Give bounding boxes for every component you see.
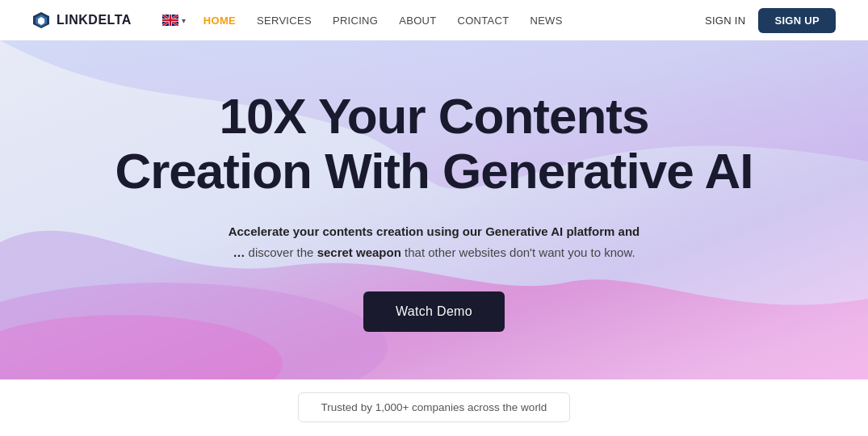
nav-link-about[interactable]: ABOUT bbox=[391, 11, 444, 30]
lang-selector[interactable]: ▾ bbox=[157, 11, 191, 29]
nav-link-home[interactable]: HOME bbox=[195, 11, 244, 30]
nav-link-pricing[interactable]: PRICING bbox=[325, 11, 386, 30]
logo-icon bbox=[32, 11, 50, 29]
nav-link-contact[interactable]: CONTACT bbox=[449, 11, 517, 30]
nav-link-services[interactable]: SERVICES bbox=[249, 11, 320, 30]
watch-demo-button[interactable]: Watch Demo bbox=[363, 291, 505, 332]
navbar-left: LINKDELTA ▾ HOME SERVICES PRICING ABOUT … bbox=[32, 11, 571, 30]
sign-in-link[interactable]: SIGN IN bbox=[705, 15, 746, 27]
flag-icon bbox=[162, 15, 178, 26]
navbar: LINKDELTA ▾ HOME SERVICES PRICING ABOUT … bbox=[0, 0, 868, 40]
logo[interactable]: LINKDELTA bbox=[32, 11, 132, 29]
nav-links: ▾ HOME SERVICES PRICING ABOUT CONTACT NE… bbox=[157, 11, 571, 30]
logo-text: LINKDELTA bbox=[57, 13, 132, 27]
hero-subtitle: Accelerate your contents creation using … bbox=[224, 221, 644, 262]
hero-title: 10X Your Contents Creation With Generati… bbox=[115, 89, 753, 199]
sign-up-button[interactable]: SIGN UP bbox=[758, 8, 836, 33]
hero-section: 10X Your Contents Creation With Generati… bbox=[0, 40, 868, 379]
trusted-badge: Trusted by 1,000+ companies across the w… bbox=[298, 392, 571, 422]
chevron-down-icon: ▾ bbox=[182, 16, 186, 25]
navbar-right: SIGN IN SIGN UP bbox=[705, 8, 836, 33]
hero-content: 10X Your Contents Creation With Generati… bbox=[115, 89, 753, 332]
nav-link-news[interactable]: NEWS bbox=[522, 11, 570, 30]
trusted-section: Trusted by 1,000+ companies across the w… bbox=[0, 379, 868, 422]
